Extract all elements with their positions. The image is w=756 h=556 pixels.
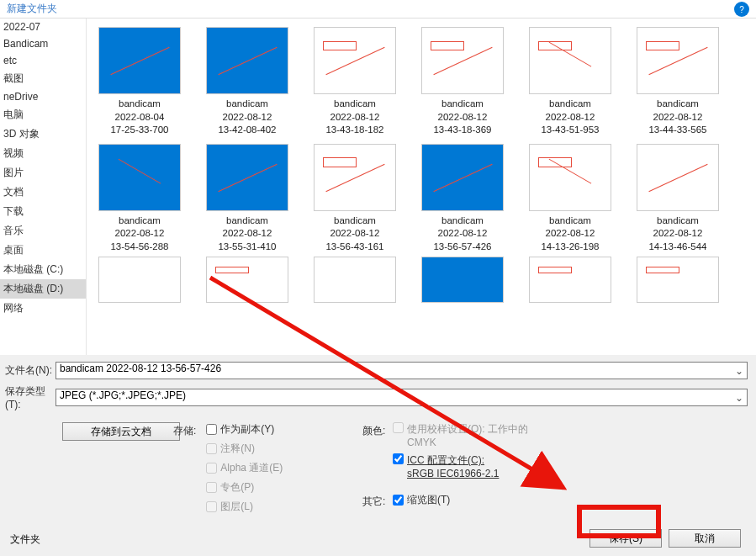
thumbnail-caption: bandicam2022-08-1213-56-43-161 [325, 214, 383, 254]
file-thumbnail[interactable]: bandicam2022-08-1214-13-46-544 [632, 144, 724, 254]
sidebar-item[interactable]: 图片 [0, 163, 86, 183]
sidebar-item[interactable]: 文档 [0, 183, 86, 202]
spot-label: 专色(P) [220, 480, 254, 495]
help-icon[interactable]: ? [734, 2, 749, 17]
thumbnail-caption: bandicam2022-08-1213-44-33-565 [648, 98, 706, 137]
thumbnail-preview [314, 27, 396, 94]
as-copy-checkbox[interactable] [206, 424, 217, 435]
file-thumbnail[interactable]: bandicam2022-08-1213-43-18-369 [416, 27, 509, 137]
other-group-label: 其它: [362, 493, 393, 512]
store-group-label: 存储: [173, 422, 204, 438]
thumbnail-caption: bandicam2022-08-1213-43-18-182 [325, 98, 383, 137]
thumbnail-preview [314, 144, 396, 211]
alpha-checkbox [206, 463, 217, 474]
options-area: 存储到云文档 存储: 作为副本(Y) 注释(N) Alpha 通道(E) 专色(… [0, 417, 756, 527]
toolbar: 新建文件夹 ? [0, 0, 756, 19]
save-to-cloud-button[interactable]: 存储到云文档 [62, 422, 180, 441]
file-thumbnail[interactable] [416, 257, 509, 306]
file-thumbnail[interactable]: bandicam2022-08-1213-43-18-182 [309, 27, 401, 137]
thumbnail-preview [98, 257, 181, 303]
thumbnail-caption: bandicam2022-08-1213-56-57-426 [433, 214, 491, 254]
annot-label: 注释(N) [220, 442, 255, 456]
sidebar-item[interactable]: neDrive [0, 88, 86, 105]
form-area: 文件名(N): bandicam 2022-08-12 13-56-57-426… [0, 355, 756, 417]
sidebar-item[interactable]: 本地磁盘 (C:) [0, 260, 86, 279]
sidebar-item[interactable]: 音乐 [0, 221, 86, 241]
filetype-select[interactable]: JPEG (*.JPG;*.JPEG;*.JPE) ⌄ [56, 389, 748, 406]
cancel-button[interactable]: 取消 [669, 529, 741, 548]
sidebar-item[interactable]: 视频 [0, 144, 86, 163]
proof-checkbox [393, 422, 404, 433]
sidebar-item[interactable]: 电脑 [0, 105, 86, 124]
thumbnail-preview [206, 27, 288, 94]
sidebar-item[interactable]: 网络 [0, 299, 86, 318]
thumbnail-caption: bandicam2022-08-1214-13-26-198 [541, 214, 599, 254]
bottom-bar: 文件夹 保存(S) 取消 [0, 522, 756, 556]
file-thumbnail[interactable]: bandicam2022-08-1213-54-56-288 [93, 144, 186, 254]
file-thumbnail[interactable]: bandicam2022-08-1214-13-26-198 [524, 144, 616, 254]
icc-checkbox[interactable] [393, 453, 404, 464]
thumbnail-preview [421, 27, 504, 94]
file-thumbnail[interactable] [93, 257, 186, 306]
new-folder-label[interactable]: 新建文件夹 [7, 2, 57, 16]
thumbnail-preview [421, 144, 504, 211]
proof-label: 使用校样设置(O): 工作中的 CMYK [407, 422, 550, 448]
thumbnail-caption: bandicam2022-08-0417-25-33-700 [110, 98, 168, 137]
sidebar-item[interactable]: etc [0, 52, 86, 69]
thumbnail-caption: bandicam2022-08-1213-43-18-369 [433, 98, 491, 137]
thumbnail-caption: bandicam2022-08-1213-55-31-410 [218, 214, 276, 254]
layers-checkbox [206, 501, 217, 512]
file-thumbnail[interactable] [524, 257, 616, 306]
file-thumbnail[interactable] [309, 257, 401, 306]
sidebar-item[interactable]: 截图 [0, 69, 86, 88]
thumbnail-preview [206, 257, 288, 303]
filename-label: 文件名(N): [5, 363, 56, 378]
thumbnail-caption: bandicam2022-08-1213-54-56-288 [110, 214, 168, 254]
file-thumbnail[interactable]: bandicam2022-08-1213-43-51-953 [524, 27, 616, 137]
chevron-down-icon[interactable]: ⌄ [732, 391, 745, 404]
thumbnail-checkbox[interactable] [393, 495, 404, 506]
filetype-label: 保存类型(T): [5, 384, 56, 410]
thumbnail-preview [529, 257, 611, 303]
thumbnail-preview [637, 27, 719, 94]
spot-checkbox [206, 482, 217, 493]
annot-checkbox [206, 443, 217, 454]
as-copy-label: 作为副本(Y) [220, 422, 274, 437]
file-thumbnail[interactable]: bandicam2022-08-1213-42-08-402 [201, 27, 293, 137]
file-thumbnail[interactable] [201, 257, 293, 306]
filename-input[interactable]: bandicam 2022-08-12 13-56-57-426 ⌄ [56, 362, 748, 379]
thumbnail-caption: bandicam2022-08-1213-42-08-402 [218, 98, 276, 137]
file-grid[interactable]: bandicam2022-08-0417-25-33-700bandicam20… [87, 19, 756, 355]
sidebar-item[interactable]: 本地磁盘 (D:) [0, 279, 86, 299]
file-thumbnail[interactable]: bandicam2022-08-1213-56-43-161 [309, 144, 401, 254]
nav-tree[interactable]: 2022-07Bandicametc截图neDrive电脑3D 对象视频图片文档… [0, 19, 87, 355]
thumbnail-preview [637, 144, 719, 211]
file-thumbnail[interactable]: bandicam2022-08-0417-25-33-700 [93, 27, 186, 137]
sidebar-item[interactable]: 3D 对象 [0, 124, 86, 144]
sidebar-item[interactable]: 2022-07 [0, 19, 86, 35]
folder-status-label: 文件夹 [10, 532, 40, 547]
file-thumbnail[interactable] [632, 257, 724, 306]
color-group-label: 颜色: [362, 422, 393, 485]
chevron-down-icon[interactable]: ⌄ [732, 364, 745, 377]
layers-label: 图层(L) [220, 500, 253, 514]
sidebar-item[interactable]: 桌面 [0, 241, 86, 260]
alpha-label: Alpha 通道(E) [220, 461, 283, 475]
thumbnail-caption: bandicam2022-08-1213-43-51-953 [541, 98, 599, 137]
thumbnail-preview [98, 144, 181, 211]
thumbnail-preview [206, 144, 288, 211]
sidebar-item[interactable]: Bandicam [0, 35, 86, 52]
thumbnail-preview [637, 257, 719, 303]
icc-link[interactable]: ICC 配置文件(C):sRGB IEC61966-2.1 [407, 453, 499, 479]
file-thumbnail[interactable]: bandicam2022-08-1213-56-57-426 [416, 144, 509, 254]
thumbnail-preview [98, 27, 181, 94]
save-button[interactable]: 保存(S) [589, 529, 662, 548]
sidebar-item[interactable]: 下载 [0, 202, 86, 221]
thumbnail-preview [529, 27, 611, 94]
file-thumbnail[interactable]: bandicam2022-08-1213-55-31-410 [201, 144, 293, 254]
thumbnail-preview [529, 144, 611, 211]
thumbnail-label: 缩览图(T) [407, 493, 450, 507]
thumbnail-preview [314, 257, 396, 303]
thumbnail-caption: bandicam2022-08-1214-13-46-544 [648, 214, 706, 254]
file-thumbnail[interactable]: bandicam2022-08-1213-44-33-565 [632, 27, 724, 137]
